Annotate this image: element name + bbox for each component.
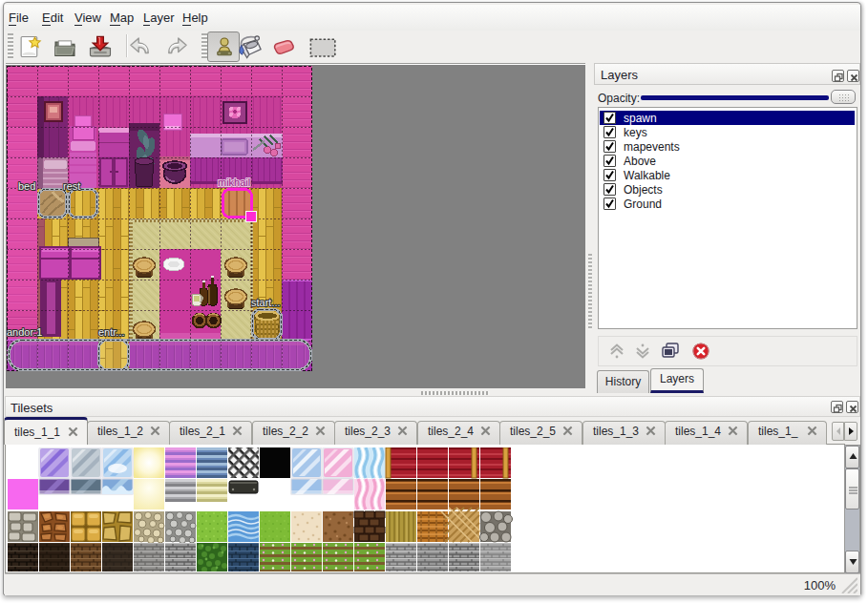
svg-text:entr...: entr... [98,326,125,338]
svg-text:rest: rest [63,180,80,192]
svg-text:andor:1: andor:1 [7,326,42,338]
svg-text:start...: start... [251,297,281,308]
svg-text:mikhail: mikhail [218,177,250,188]
svg-text:bed: bed [18,180,35,192]
